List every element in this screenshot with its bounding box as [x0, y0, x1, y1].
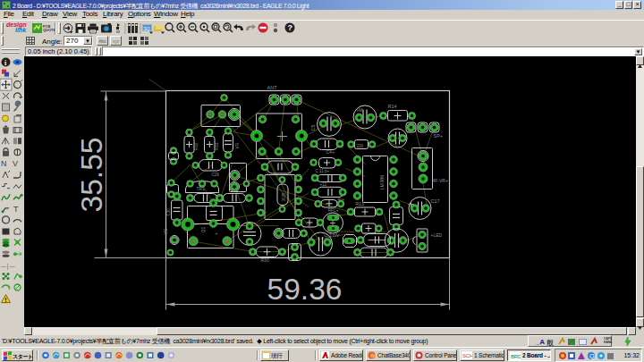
svg-text:LM386: LM386: [379, 175, 385, 190]
svg-text:+: +: [216, 231, 218, 236]
svg-text:R32: R32: [194, 142, 199, 150]
svg-text:R30: R30: [261, 257, 269, 263]
svg-text:!: !: [4, 297, 6, 303]
svg-text:C17: C17: [431, 198, 440, 204]
svg-text:Q1: Q1: [200, 227, 206, 233]
svg-text:R13: R13: [356, 201, 364, 206]
svg-text:C29: C29: [212, 173, 220, 177]
svg-text:C-3 mV: C-3 mV: [325, 232, 341, 238]
svg-text:TR1: TR1: [197, 186, 206, 191]
svg-text:BRD: BRD: [511, 354, 521, 359]
svg-text:—│—: —│—: [1, 263, 15, 270]
svg-text:SQ: SQ: [144, 26, 150, 31]
svg-text:C 11 p+: C 11 p+: [316, 169, 330, 173]
svg-text:4F-VR+: 4F-VR+: [433, 178, 448, 183]
svg-text:VR: VR: [235, 142, 240, 148]
svg-text:C4+: C4+: [326, 149, 335, 155]
svg-text:+12: +12: [320, 182, 327, 187]
svg-text:SCH: SCH: [462, 353, 472, 358]
svg-text:C5: C5: [310, 124, 316, 130]
svg-text:Q: Q: [589, 353, 595, 360]
svg-text:R33: R33: [215, 142, 219, 150]
svg-text:C30: C30: [166, 208, 171, 216]
svg-text:220: 220: [357, 144, 364, 148]
svg-text:N: N: [1, 159, 7, 168]
svg-text:RFC+: RFC+: [328, 208, 339, 213]
svg-text:3028: 3028: [282, 192, 286, 202]
svg-text:35.55: 35.55: [75, 138, 108, 213]
svg-text:T: T: [13, 205, 19, 214]
svg-text:+M: +M: [357, 108, 363, 113]
svg-text:V: V: [13, 159, 18, 168]
svg-text:ANT: ANT: [267, 85, 278, 90]
svg-text:SP+: SP+: [434, 133, 444, 139]
svg-text:?: ?: [287, 23, 292, 32]
svg-text:R14: R14: [388, 104, 397, 109]
svg-text:+LED: +LED: [431, 232, 443, 238]
svg-text:VC: VC: [163, 228, 168, 234]
svg-text:59.36: 59.36: [267, 273, 343, 306]
